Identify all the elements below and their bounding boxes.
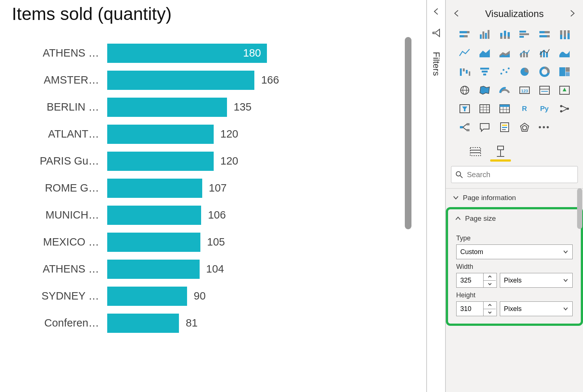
viz-waterfall-button[interactable]	[456, 64, 474, 80]
chart-scrollbar-thumb[interactable]	[405, 37, 411, 229]
filter-icon	[431, 28, 441, 39]
svg-rect-42	[480, 68, 489, 70]
svg-rect-16	[519, 33, 529, 35]
svg-rect-20	[539, 35, 547, 37]
viz-area-button[interactable]	[476, 45, 494, 61]
viz-ribbon-button[interactable]	[556, 45, 573, 61]
svg-rect-14	[508, 37, 510, 39]
viz-key-influencers-button[interactable]	[556, 101, 573, 116]
svg-rect-17	[519, 36, 524, 38]
bar-value-label: 104	[200, 263, 224, 275]
format-scrollbar[interactable]	[577, 188, 582, 381]
viz-stacked-column-button[interactable]	[496, 27, 513, 43]
viz-line-button[interactable]	[456, 45, 474, 61]
bar-row: 166	[107, 67, 419, 94]
format-tab[interactable]	[492, 144, 509, 159]
page-size-width-unit[interactable]: Pixels	[500, 273, 573, 288]
height-step-down[interactable]	[484, 309, 496, 316]
viz-clustered-bar-button[interactable]	[516, 27, 533, 43]
svg-rect-23	[560, 35, 562, 39]
viz-slicer-button[interactable]	[456, 101, 474, 116]
bar[interactable]	[107, 206, 201, 225]
viz-multi-row-card-button[interactable]	[536, 82, 553, 98]
height-step-up[interactable]	[484, 302, 496, 309]
viz-clustered-column-button[interactable]	[476, 27, 494, 43]
viz-map-button[interactable]	[456, 82, 474, 98]
viz-100-stacked-bar-button[interactable]	[536, 27, 553, 43]
chart-scrollbar[interactable]	[405, 37, 411, 340]
bar[interactable]	[107, 98, 227, 117]
filters-expand-button[interactable]	[432, 7, 440, 17]
svg-rect-38	[460, 68, 462, 76]
page-size-height-input[interactable]	[457, 302, 483, 316]
filters-pane-collapsed[interactable]: Filters	[427, 0, 445, 392]
viz-paginated-button[interactable]	[496, 119, 513, 135]
svg-text:123: 123	[521, 89, 528, 93]
viz-funnel-button[interactable]	[476, 64, 494, 80]
viz-scatter-button[interactable]	[496, 64, 513, 80]
bar-row: 135	[107, 94, 419, 121]
viz-donut-button[interactable]	[536, 64, 553, 80]
viz-more-button[interactable]: •••	[536, 119, 553, 135]
width-step-down[interactable]	[484, 281, 496, 288]
viz-matrix-button[interactable]	[496, 101, 513, 116]
svg-rect-52	[566, 67, 570, 72]
viz-decomposition-tree-button[interactable]	[456, 119, 474, 135]
viz-filled-map-button[interactable]	[476, 82, 494, 98]
viz-expand-button[interactable]	[568, 9, 576, 19]
viz-100-stacked-column-button[interactable]	[556, 27, 573, 43]
viz-collapse-button[interactable]	[452, 9, 461, 19]
bar[interactable]	[107, 314, 179, 333]
viz-line-clustered-column-button[interactable]	[516, 45, 533, 61]
bar[interactable]	[107, 152, 214, 171]
bar-value-label: 180	[107, 47, 267, 59]
viz-line-stacked-column-button[interactable]	[536, 45, 553, 61]
format-scrollbar-thumb[interactable]	[577, 188, 582, 229]
viz-python-visual-button[interactable]: Py	[536, 101, 553, 116]
page-size-width-label: Width	[456, 263, 573, 271]
bar-value-label: 81	[179, 317, 197, 329]
section-page-information: Page information	[446, 188, 583, 207]
viz-table-button[interactable]	[476, 101, 494, 116]
width-step-up[interactable]	[484, 273, 496, 281]
svg-rect-19	[545, 31, 550, 33]
bar[interactable]	[107, 287, 187, 306]
page-size-height-unit[interactable]: Pixels	[500, 301, 573, 316]
page-size-width-input[interactable]	[457, 273, 483, 287]
fields-tab[interactable]	[467, 144, 484, 159]
svg-rect-81	[460, 126, 463, 128]
svg-rect-39	[463, 68, 465, 71]
viz-qna-button[interactable]	[476, 119, 494, 135]
viz-gauge-button[interactable]	[496, 82, 513, 98]
viz-card-button[interactable]: 123	[516, 82, 533, 98]
bar[interactable]	[107, 125, 214, 144]
viz-r-visual-button[interactable]: R	[516, 101, 533, 116]
report-canvas[interactable]: Items sold (quantity) ATHENS …AMSTER…BER…	[0, 0, 426, 392]
svg-rect-25	[564, 37, 566, 39]
viz-shape-map-button[interactable]	[516, 119, 533, 135]
svg-rect-7	[485, 33, 487, 39]
chart-bars: 1801661351201201071061051049081	[107, 40, 419, 337]
viz-kpi-button[interactable]	[556, 82, 573, 98]
page-size-type-select[interactable]: Custom	[456, 244, 573, 259]
bar[interactable]: 180	[107, 44, 267, 63]
viz-pie-button[interactable]	[516, 64, 533, 80]
bar[interactable]	[107, 260, 200, 279]
bar-value-label: 107	[202, 182, 227, 194]
svg-rect-1	[460, 31, 467, 33]
page-size-type-label: Type	[456, 234, 573, 242]
viz-stacked-area-button[interactable]	[496, 45, 513, 61]
bar[interactable]	[107, 179, 202, 198]
section-page-size-header[interactable]: Page size	[448, 209, 581, 228]
bar[interactable]	[107, 233, 200, 252]
format-search-input[interactable]	[467, 170, 574, 179]
viz-treemap-button[interactable]	[556, 64, 573, 80]
viz-stacked-bar-button[interactable]	[456, 27, 474, 43]
section-page-size: Page size Type Custom Width	[446, 207, 583, 326]
format-search[interactable]	[451, 166, 578, 183]
chevron-down-icon	[563, 277, 569, 283]
viz-pane-title: Visualizations	[485, 8, 544, 20]
section-page-information-header[interactable]: Page information	[446, 189, 583, 207]
bar[interactable]	[107, 71, 254, 90]
svg-point-48	[508, 68, 509, 70]
